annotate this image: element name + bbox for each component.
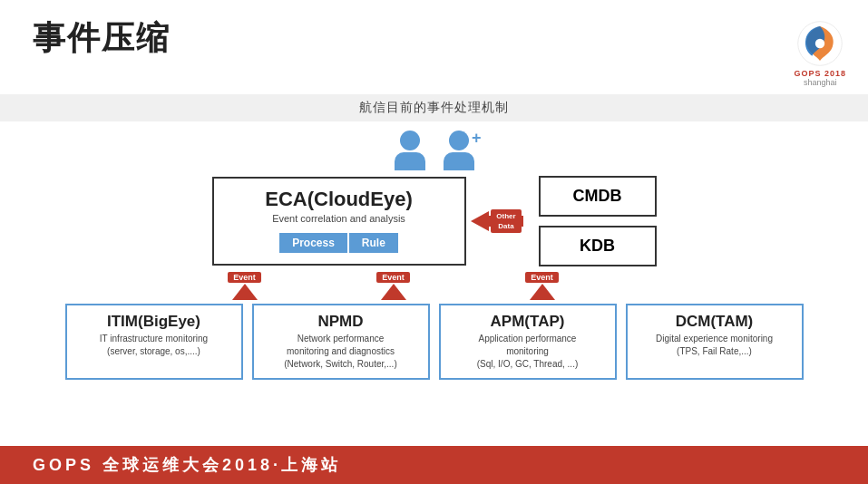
gops-logo-text: GOPS 2018: [794, 69, 846, 78]
dcm-desc: Digital experience monitoring (TPS, Fail…: [633, 333, 796, 358]
footer: GOPS 全球运维大会2018·上海站: [0, 446, 868, 484]
gops-logo-city: shanghai: [804, 78, 837, 87]
footer-text: GOPS 全球运维大会2018·上海站: [33, 454, 341, 476]
cmdb-box: CMDB: [539, 176, 657, 217]
event-arrow-2: Event: [353, 272, 434, 300]
right-boxes: CMDB KDB: [539, 176, 657, 266]
apm-desc: Application performance monitoring (Sql,…: [446, 333, 610, 371]
arrow-right-area: Other Data: [466, 198, 539, 244]
person-icon-2: +: [444, 131, 474, 170]
svg-text:Other: Other: [496, 212, 515, 220]
main-content: + ECA(CloudEye) Event correlation and an…: [0, 121, 868, 475]
other-data-arrow: Other Data: [471, 198, 534, 244]
person-body-2: [444, 152, 474, 170]
source-box-itim: ITIM(BigEye) IT infrastructure monitorin…: [65, 304, 243, 380]
npmd-desc: Network performance monitoring and diagn…: [259, 333, 423, 371]
svg-marker-3: [471, 211, 489, 231]
eca-subtitle: Event correlation and analysis: [229, 213, 450, 224]
bottom-row: ITIM(BigEye) IT infrastructure monitorin…: [27, 304, 841, 380]
event-arrow-3: Event: [502, 272, 583, 300]
apm-title: APM(TAP): [446, 313, 610, 331]
person-head-1: [400, 131, 420, 150]
person-icon-1: [395, 131, 425, 170]
eca-buttons: Process Rule: [229, 233, 450, 253]
svg-text:Data: Data: [498, 222, 514, 230]
subtitle-text: 航信目前的事件处理机制: [359, 100, 509, 114]
itim-desc: IT infrastructure monitoring (server, st…: [73, 333, 236, 358]
source-box-dcm: DCM(TAM) Digital experience monitoring (…: [626, 304, 804, 380]
event-arrow-1: Event: [204, 272, 286, 300]
up-arrow-3: [530, 284, 555, 300]
middle-row: ECA(CloudEye) Event correlation and anal…: [27, 176, 841, 266]
up-arrow-2: [381, 284, 406, 300]
source-box-npmd: NPMD Network performance monitoring and …: [252, 304, 430, 380]
eca-box: ECA(CloudEye) Event correlation and anal…: [212, 177, 466, 266]
rule-button[interactable]: Rule: [349, 233, 398, 253]
itim-title: ITIM(BigEye): [73, 313, 236, 331]
dcm-title: DCM(TAM): [633, 313, 796, 331]
event-arrows-row: Event Event Event: [0, 272, 841, 300]
svg-point-1: [815, 39, 824, 48]
npmd-title: NPMD: [259, 313, 423, 331]
kdb-box: KDB: [539, 226, 657, 266]
person-body-1: [395, 152, 425, 170]
header: 事件压缩 GOPS 2018 shanghai: [0, 0, 868, 94]
logo-area: GOPS 2018 shanghai: [794, 20, 846, 87]
gops-logo: [796, 20, 844, 67]
up-arrow-1: [232, 284, 258, 300]
persons-area: +: [27, 131, 841, 170]
plus-badge: +: [472, 129, 482, 148]
source-box-apm: APM(TAP) Application performance monitor…: [439, 304, 617, 380]
event-label-3: Event: [525, 272, 559, 283]
event-label-2: Event: [376, 272, 410, 283]
person-head-2: [449, 131, 469, 150]
page-title: 事件压缩: [33, 16, 171, 61]
subtitle-band: 航信目前的事件处理机制: [0, 94, 868, 121]
event-label-1: Event: [228, 272, 261, 283]
process-button[interactable]: Process: [279, 233, 347, 253]
eca-title: ECA(CloudEye): [229, 188, 450, 211]
